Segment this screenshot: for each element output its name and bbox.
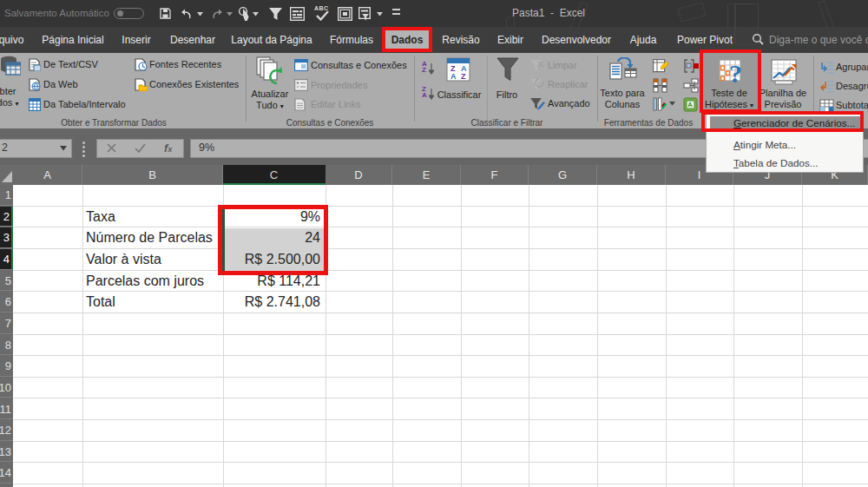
- svg-text:Z: Z: [461, 72, 466, 81]
- svg-text:A: A: [450, 72, 457, 81]
